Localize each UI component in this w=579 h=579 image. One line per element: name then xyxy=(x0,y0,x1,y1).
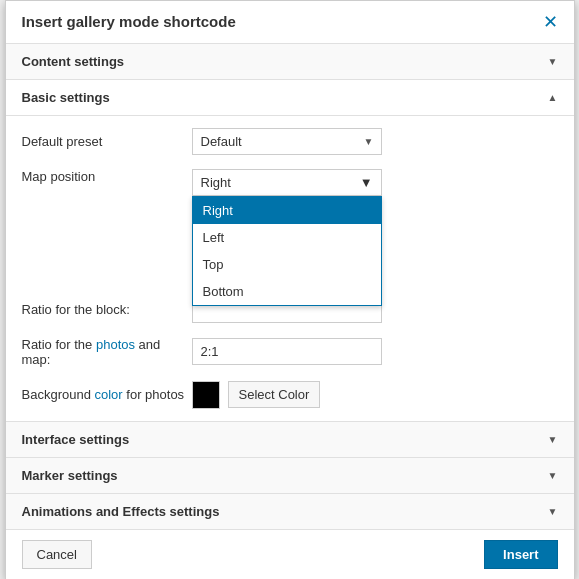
ratio-block-label: Ratio for the block: xyxy=(22,302,192,317)
map-position-chevron: ▼ xyxy=(360,175,373,190)
default-preset-row: Default preset Default ▼ xyxy=(22,128,558,155)
bg-color-label-part2: for photos xyxy=(123,387,184,402)
ratio-photos-label-blue: photos xyxy=(96,337,135,352)
map-position-display[interactable]: Right ▼ xyxy=(192,169,382,196)
color-picker-row: Select Color xyxy=(192,381,558,409)
map-position-list: Right Left Top Bottom xyxy=(192,196,382,306)
map-position-dropdown[interactable]: Right ▼ Right Left Top Bottom xyxy=(192,169,382,196)
color-swatch[interactable] xyxy=(192,381,220,409)
interface-settings-label: Interface settings xyxy=(22,432,130,447)
basic-settings-body: Default preset Default ▼ Map position Ri… xyxy=(6,116,574,422)
ratio-photos-control xyxy=(192,338,558,365)
content-settings-arrow: ▼ xyxy=(548,56,558,67)
insert-button[interactable]: Insert xyxy=(484,540,557,569)
map-position-value: Right xyxy=(201,175,231,190)
bg-color-label-part1: Background xyxy=(22,387,95,402)
default-preset-select[interactable]: Default xyxy=(192,128,382,155)
interface-settings-header[interactable]: Interface settings ▼ xyxy=(6,422,574,458)
dropdown-option-bottom[interactable]: Bottom xyxy=(193,278,381,305)
bg-color-label-blue: color xyxy=(95,387,123,402)
dropdown-option-right[interactable]: Right xyxy=(193,197,381,224)
marker-settings-header[interactable]: Marker settings ▼ xyxy=(6,458,574,494)
animations-settings-header[interactable]: Animations and Effects settings ▼ xyxy=(6,494,574,530)
default-preset-label: Default preset xyxy=(22,134,192,149)
ratio-photos-input[interactable] xyxy=(192,338,382,365)
select-color-button[interactable]: Select Color xyxy=(228,381,321,408)
marker-settings-arrow: ▼ xyxy=(548,470,558,481)
basic-settings-label: Basic settings xyxy=(22,90,110,105)
map-position-row: Map position Right ▼ Right Left Top Bott… xyxy=(22,169,558,196)
animations-settings-label: Animations and Effects settings xyxy=(22,504,220,519)
bg-color-control: Select Color xyxy=(192,381,558,409)
ratio-photos-label-part1: Ratio for the xyxy=(22,337,96,352)
marker-settings-label: Marker settings xyxy=(22,468,118,483)
dialog-title: Insert gallery mode shortcode xyxy=(22,13,236,30)
close-button[interactable]: ✕ xyxy=(543,13,558,31)
ratio-photos-row: Ratio for the photos and map: xyxy=(22,337,558,367)
map-position-label: Map position xyxy=(22,169,192,184)
dropdown-option-left[interactable]: Left xyxy=(193,224,381,251)
dialog-footer: Cancel Insert xyxy=(6,530,574,579)
basic-settings-arrow: ▲ xyxy=(548,92,558,103)
bg-color-row: Background color for photos Select Color xyxy=(22,381,558,409)
map-position-control: Right ▼ Right Left Top Bottom xyxy=(192,169,558,196)
bg-color-label: Background color for photos xyxy=(22,387,192,402)
dialog-header: Insert gallery mode shortcode ✕ xyxy=(6,1,574,44)
content-settings-header[interactable]: Content settings ▼ xyxy=(6,44,574,80)
dialog: Insert gallery mode shortcode ✕ Content … xyxy=(5,0,575,579)
ratio-photos-label: Ratio for the photos and map: xyxy=(22,337,192,367)
default-preset-wrapper: Default ▼ xyxy=(192,128,382,155)
dropdown-option-top[interactable]: Top xyxy=(193,251,381,278)
basic-settings-header[interactable]: Basic settings ▲ xyxy=(6,80,574,116)
interface-settings-arrow: ▼ xyxy=(548,434,558,445)
cancel-button[interactable]: Cancel xyxy=(22,540,92,569)
animations-settings-arrow: ▼ xyxy=(548,506,558,517)
default-preset-control: Default ▼ xyxy=(192,128,558,155)
content-settings-label: Content settings xyxy=(22,54,125,69)
